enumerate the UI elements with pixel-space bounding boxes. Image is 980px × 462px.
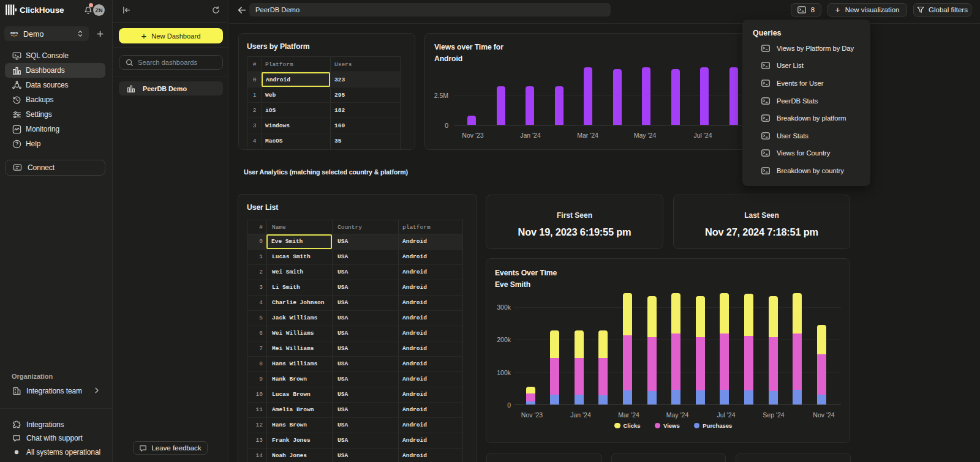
svg-text:aws: aws <box>10 31 18 35</box>
